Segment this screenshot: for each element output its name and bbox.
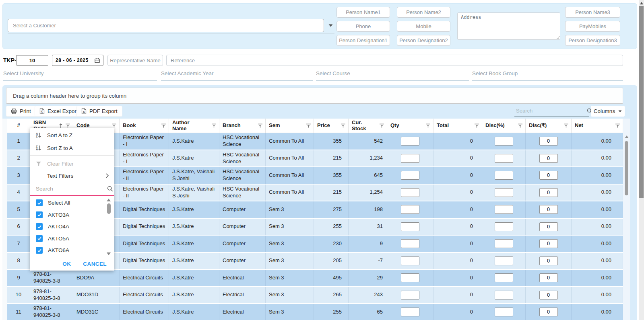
row-qty-input[interactable] bbox=[401, 171, 419, 180]
filter-value-item[interactable]: AKTO4A bbox=[30, 221, 114, 233]
row-qty-input[interactable] bbox=[401, 291, 419, 299]
grid-scrollbar-thumb[interactable] bbox=[625, 141, 628, 195]
row-disc-pct-input[interactable] bbox=[495, 239, 513, 248]
page-scroll-up-arrow-icon[interactable] bbox=[640, 2, 643, 4]
customer-combobox[interactable] bbox=[8, 18, 334, 33]
group-panel[interactable]: Drag a column header here to group its c… bbox=[6, 88, 623, 104]
header-filter-icon[interactable] bbox=[518, 123, 523, 128]
row-disc-rs-input[interactable] bbox=[539, 154, 558, 163]
checkbox-checked-icon[interactable] bbox=[36, 223, 43, 230]
checkbox-checked-icon[interactable] bbox=[36, 235, 43, 242]
row-disc-rs-input[interactable] bbox=[539, 308, 558, 316]
row-disc-pct-input[interactable] bbox=[495, 154, 513, 163]
header-filter-icon[interactable] bbox=[306, 123, 311, 128]
column-header-disc[interactable]: Disc(%) bbox=[482, 119, 526, 133]
clear-filter-item[interactable]: Clear Filter bbox=[30, 158, 114, 170]
page-vertical-scrollbar[interactable] bbox=[639, 0, 644, 320]
person-name1-field[interactable] bbox=[336, 7, 390, 18]
columns-chooser-button[interactable]: Columns bbox=[591, 106, 625, 117]
customer-select-input[interactable] bbox=[8, 19, 324, 32]
row-qty-input[interactable] bbox=[401, 256, 419, 265]
header-filter-icon[interactable] bbox=[474, 123, 479, 128]
header-filter-icon[interactable] bbox=[211, 123, 217, 128]
row-qty-input[interactable] bbox=[401, 222, 419, 231]
column-header-total[interactable]: Total bbox=[433, 119, 482, 133]
select-course[interactable]: Select Course bbox=[316, 68, 469, 81]
column-header-qty[interactable]: Qty bbox=[387, 119, 433, 133]
header-filter-icon[interactable] bbox=[425, 123, 431, 128]
phone-field[interactable] bbox=[336, 21, 390, 32]
person-designation2-field[interactable] bbox=[397, 35, 450, 46]
row-disc-pct-input[interactable] bbox=[495, 273, 513, 282]
row-disc-rs-input[interactable] bbox=[539, 188, 558, 197]
row-disc-rs-input[interactable] bbox=[539, 205, 558, 214]
checkbox-checked-icon[interactable] bbox=[36, 211, 43, 218]
row-disc-rs-input[interactable] bbox=[539, 137, 558, 146]
row-qty-input[interactable] bbox=[401, 137, 419, 146]
row-qty-input[interactable] bbox=[401, 273, 419, 282]
column-header-sem[interactable]: Sem bbox=[266, 119, 314, 133]
column-header-price[interactable]: Price bbox=[314, 119, 349, 133]
filter-search-input[interactable] bbox=[30, 186, 107, 192]
select-book-group[interactable]: Select Book Group bbox=[472, 68, 623, 81]
date-input[interactable]: 28 - 06 - 2025 bbox=[52, 55, 103, 66]
text-filters-item[interactable]: Text Filters bbox=[30, 170, 114, 182]
row-disc-rs-input[interactable] bbox=[539, 291, 558, 299]
header-filter-icon[interactable] bbox=[341, 123, 346, 128]
row-qty-input[interactable] bbox=[401, 205, 419, 214]
customer-dropdown-arrow-icon[interactable] bbox=[326, 24, 334, 27]
representative-name-field[interactable] bbox=[107, 55, 163, 66]
row-disc-rs-input[interactable] bbox=[539, 171, 558, 180]
row-disc-pct-input[interactable] bbox=[495, 205, 513, 214]
header-filter-icon[interactable] bbox=[161, 123, 166, 128]
column-header-net[interactable]: Net bbox=[572, 119, 623, 133]
calendar-icon[interactable] bbox=[95, 58, 100, 63]
row-disc-pct-input[interactable] bbox=[495, 291, 513, 299]
tkp-number-input[interactable] bbox=[16, 55, 48, 66]
select-academic-year[interactable]: Select Academic Year bbox=[161, 68, 313, 81]
person-name2-field[interactable] bbox=[397, 7, 450, 18]
scroll-up-arrow-icon[interactable] bbox=[107, 199, 111, 201]
excel-export-button[interactable]: X Excel Export bbox=[35, 106, 83, 117]
filter-value-item[interactable]: AKTO3A bbox=[30, 209, 114, 221]
print-button[interactable]: Print bbox=[6, 106, 36, 117]
column-header-col[interactable]: # bbox=[7, 119, 30, 133]
header-filter-icon[interactable] bbox=[615, 123, 620, 128]
reference-field[interactable] bbox=[166, 55, 623, 66]
column-header-disc[interactable]: Disc(₹) bbox=[526, 119, 572, 133]
sort-z-to-a-item[interactable]: ZA Sort Z to A bbox=[30, 142, 114, 154]
person-designation3-field[interactable] bbox=[565, 35, 620, 46]
header-filter-icon[interactable] bbox=[65, 123, 70, 128]
row-disc-rs-input[interactable] bbox=[539, 273, 558, 282]
row-qty-input[interactable] bbox=[401, 154, 419, 163]
cancel-button[interactable]: CANCEL bbox=[83, 261, 107, 267]
row-disc-pct-input[interactable] bbox=[495, 137, 513, 146]
grid-search-input[interactable] bbox=[514, 108, 587, 114]
grid-search-box[interactable] bbox=[514, 105, 589, 117]
filter-list-scrollbar-thumb[interactable] bbox=[107, 203, 111, 214]
ok-button[interactable]: OK bbox=[62, 261, 71, 267]
row-qty-input[interactable] bbox=[401, 188, 419, 197]
grid-vertical-scrollbar[interactable] bbox=[623, 119, 630, 320]
checkbox-checked-icon[interactable] bbox=[36, 199, 43, 206]
filter-value-item[interactable]: AKTO5A bbox=[30, 233, 114, 245]
person-designation1-field[interactable] bbox=[336, 35, 390, 46]
row-qty-input[interactable] bbox=[401, 239, 419, 248]
row-disc-pct-input[interactable] bbox=[495, 171, 513, 180]
address-field[interactable] bbox=[457, 12, 560, 40]
row-disc-pct-input[interactable] bbox=[495, 188, 513, 197]
row-disc-pct-input[interactable] bbox=[495, 222, 513, 231]
paymobiles-field[interactable] bbox=[565, 21, 620, 32]
mobile-field[interactable] bbox=[397, 21, 450, 32]
filter-value-item[interactable]: Select All bbox=[30, 197, 114, 209]
row-disc-pct-input[interactable] bbox=[495, 256, 513, 265]
scroll-up-arrow-icon[interactable] bbox=[625, 135, 629, 138]
header-filter-icon[interactable] bbox=[111, 123, 117, 128]
person-name3-field[interactable] bbox=[565, 7, 620, 18]
column-header-book[interactable]: Book bbox=[120, 119, 169, 133]
select-university[interactable]: Select University bbox=[3, 68, 157, 81]
header-filter-icon[interactable] bbox=[258, 123, 263, 128]
row-disc-rs-input[interactable] bbox=[539, 239, 558, 248]
pdf-export-button[interactable]: A PDF Export bbox=[76, 106, 122, 117]
checkbox-checked-icon[interactable] bbox=[36, 247, 43, 254]
